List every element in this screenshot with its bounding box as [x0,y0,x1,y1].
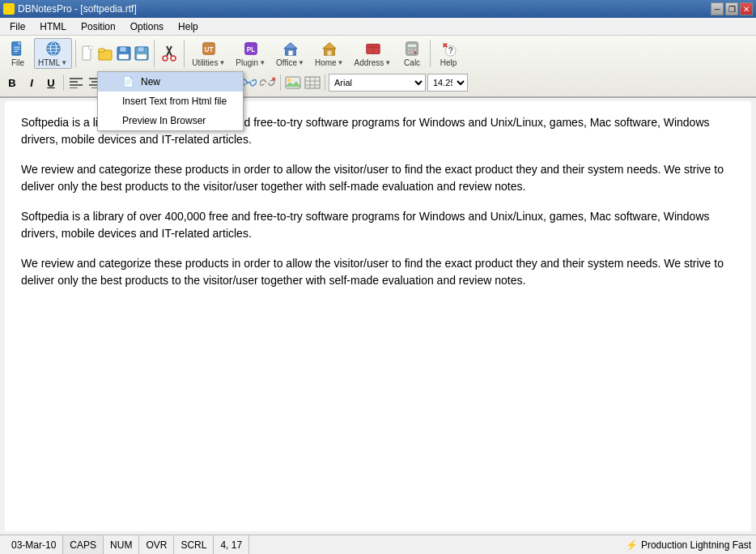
plugin-toolbar-btn[interactable]: PL Plugin ▼ [231,38,270,69]
app-icon: ⚡ [3,3,15,15]
menu-bar: File HTML Position Options Help [0,18,756,36]
svg-rect-45 [410,51,413,53]
svg-rect-13 [89,46,92,49]
calc-btn-label: Calc [404,58,420,67]
file-toolbar-btn[interactable]: File [3,38,32,69]
calc-icon [404,40,420,57]
dropdown-preview-item[interactable]: Preview In Browser [98,111,243,130]
status-position: 4, 17 [214,535,249,554]
save-as-btn[interactable] [133,38,151,69]
svg-text:PL: PL [247,45,255,53]
svg-rect-32 [288,50,292,54]
html-dropdown-menu: 📄 New Insert Text from Html file Preview… [97,71,244,131]
svg-point-25 [171,56,176,61]
open-file-btn[interactable] [97,38,115,69]
address-btn-label: Address [355,58,384,67]
separator-2 [154,40,155,67]
html-dropdown-arrow: ▼ [60,59,68,66]
help-toolbar-btn[interactable]: ? Help [434,38,463,69]
office-arrow: ▼ [297,59,305,66]
align-left-btn[interactable] [67,74,85,92]
table-btn[interactable] [304,74,321,92]
svg-rect-44 [408,51,410,53]
minimize-button[interactable]: ─ [711,2,724,15]
unlink-btn[interactable] [259,74,277,92]
dropdown-new-item[interactable]: 📄 New [98,72,243,92]
address-arrow: ▼ [384,59,392,66]
new-file-btn[interactable] [79,38,97,69]
office-icon [282,40,299,57]
fmt-sep-6 [325,75,325,91]
save-file-btn[interactable] [115,38,133,69]
separator-3 [184,40,185,67]
utilities-toolbar-btn[interactable]: UT Utilities ▼ [188,38,230,69]
underline-btn[interactable]: U [42,74,60,92]
document-area[interactable]: Softpedia is a library of over 400,000 f… [5,101,751,531]
home-label-group: Home ▼ [315,58,345,67]
home-icon [321,40,338,57]
img-btn[interactable] [284,74,302,92]
office-toolbar-btn[interactable]: Office ▼ [272,38,309,69]
svg-rect-86 [305,77,320,88]
svg-rect-17 [120,47,126,52]
italic-btn[interactable]: I [23,74,40,92]
cut-btn[interactable] [158,38,181,69]
new-doc-icon: 📄 [122,76,134,87]
status-caps: CAPS [63,535,104,554]
svg-rect-40 [408,44,417,47]
menu-item-html[interactable]: HTML [33,19,73,34]
toolbar-container: File HTML ▼ [0,36,756,98]
help-icon: ? [440,40,457,57]
svg-rect-18 [119,54,129,59]
app-status-icon: ⚡ [626,539,638,551]
status-ovr: OVR [139,535,174,554]
menu-item-position[interactable]: Position [74,19,122,34]
dropdown-insert-item[interactable]: Insert Text from Html file [98,92,243,111]
home-btn-label: Home [315,58,337,67]
menu-item-help[interactable]: Help [172,19,205,34]
restore-button[interactable]: ❐ [725,2,738,15]
svg-point-85 [287,79,291,82]
main-toolbar: File HTML ▼ [3,37,753,70]
menu-item-options[interactable]: Options [124,19,170,34]
svg-rect-15 [99,49,104,52]
file-btn-label: File [11,58,24,67]
plugin-arrow: ▼ [258,59,266,66]
title-bar-left: ⚡ DBNotesPro - [softpedia.rtf] [3,3,137,15]
title-bar-controls: ─ ❐ ✕ [711,2,753,15]
status-app-name: Production Lightning Fast [641,539,751,551]
svg-rect-43 [414,49,417,51]
office-label-group: Office ▼ [276,58,305,67]
svg-text:?: ? [448,46,453,55]
preview-browser-label: Preview In Browser [122,115,206,126]
font-name-select[interactable]: Arial [329,74,426,92]
fmt-sep-1 [63,75,64,91]
plugin-icon: PL [243,40,259,57]
main-window: ⚡ DBNotesPro - [softpedia.rtf] ─ ❐ ✕ Fil… [0,0,756,554]
separator-1 [75,40,76,67]
status-date: 03-Mar-10 [5,535,63,554]
utilities-icon: UT [201,40,217,57]
status-bar: 03-Mar-10 CAPS NUM OVR SCRL 4, 17 ⚡ Prod… [0,535,756,554]
svg-rect-35 [327,50,331,54]
utilities-label-group: Utilities ▼ [192,58,226,67]
plugin-label-group: Plugin ▼ [236,58,266,67]
close-button[interactable]: ✕ [740,2,753,15]
fmt-sep-5 [280,75,281,91]
bold-btn[interactable]: B [3,74,21,92]
home-arrow: ▼ [337,59,345,66]
menu-item-file[interactable]: File [3,19,32,34]
paragraph-4: We review and categorize these products … [21,255,735,289]
file-icon [10,40,26,57]
paragraph-3: Softpedia is a library of over 400,000 f… [21,208,735,242]
address-toolbar-btn[interactable]: Address ▼ [350,38,397,69]
calc-toolbar-btn[interactable]: Calc [397,38,427,69]
svg-marker-31 [284,42,297,48]
status-scrl: SCRL [174,535,214,554]
svg-rect-41 [408,49,410,51]
html-toolbar-btn[interactable]: HTML ▼ [34,38,72,69]
window-title: DBNotesPro - [softpedia.rtf] [18,3,137,15]
font-size-select[interactable]: 14.25 [427,74,468,92]
home-toolbar-btn[interactable]: Home ▼ [311,38,349,69]
utilities-arrow: ▼ [218,59,226,66]
